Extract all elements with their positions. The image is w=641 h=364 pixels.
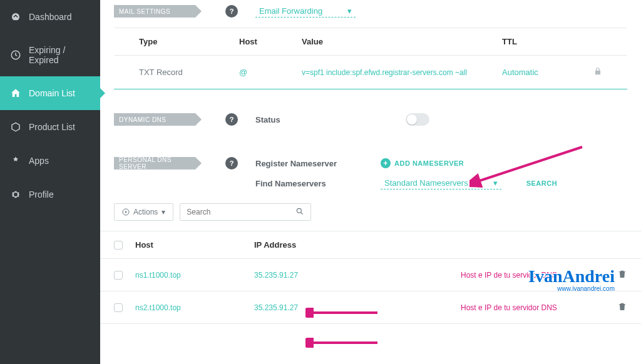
nameserver-row: ns2.t1000.top 35.235.91.27 Host e IP de …	[100, 291, 641, 324]
search-input[interactable]	[180, 204, 289, 220]
ns-ip: 35.235.91.27	[254, 303, 354, 312]
mail-settings-tag: MAIL SETTINGS	[114, 5, 195, 18]
search-nameservers-button[interactable]: SEARCH	[526, 179, 557, 187]
dynamic-dns-toggle[interactable]	[406, 113, 429, 126]
add-nameserver-label: ADD NAMESERVER	[394, 159, 464, 167]
row-checkbox[interactable]	[114, 271, 123, 280]
actions-button[interactable]: Actions ▾	[114, 203, 173, 221]
standard-nameservers-dropdown[interactable]: Standard Nameservers ▾	[381, 177, 501, 190]
mail-settings-section: MAIL SETTINGS ? Email Forwarding ▾	[100, 0, 641, 23]
help-icon[interactable]: ?	[225, 113, 238, 126]
find-nameservers-label: Find Nameservers	[255, 179, 381, 188]
box-icon	[10, 121, 21, 133]
ns-ip: 35.235.91.27	[254, 271, 354, 280]
svg-point-2	[297, 208, 302, 213]
ns-host: ns1.t1000.top	[135, 271, 254, 280]
watermark-url: www.ivanandrei.com	[528, 285, 615, 292]
table-row: TXT Record @ v=spf1 include:spf.efwd.reg…	[114, 56, 627, 89]
th-ttl: TTL	[502, 37, 558, 46]
main-content: MAIL SETTINGS ? Email Forwarding ▾ Type …	[100, 0, 641, 364]
td-host: @	[239, 68, 302, 77]
search-icon[interactable]	[289, 207, 310, 218]
sidebar-item-label: Profile	[29, 190, 54, 200]
personal-dns-tag: PERSONAL DNS SERVER	[114, 157, 195, 169]
find-nameservers-row: Find Nameservers Standard Nameservers ▾ …	[100, 173, 641, 193]
select-all-checkbox[interactable]	[114, 241, 123, 250]
email-forwarding-dropdown[interactable]: Email Forwarding ▾	[255, 5, 356, 18]
status-label: Status	[255, 115, 280, 124]
watermark-name: IvanAndrei	[528, 268, 615, 285]
sidebar-item-expiring[interactable]: Expiring / Expired	[0, 34, 100, 76]
dynamic-dns-section: DYNAMIC DNS ? Status	[100, 108, 641, 131]
sidebar-item-label: Apps	[29, 156, 49, 166]
ns-host: ns2.t1000.top	[135, 303, 254, 312]
sidebar-item-label: Product List	[29, 122, 75, 132]
sidebar-item-label: Expiring / Expired	[29, 45, 90, 65]
dynamic-dns-tag: DYNAMIC DNS	[114, 113, 195, 126]
ns-toolbar: Actions ▾	[100, 193, 641, 231]
sidebar: Dashboard Expiring / Expired Domain List…	[0, 0, 100, 364]
register-nameserver-label: Register Nameserver	[255, 159, 381, 168]
plus-icon: +	[381, 158, 391, 168]
dropdown-label: Standard Nameservers	[384, 178, 468, 188]
caret-down-icon: ▾	[347, 6, 352, 16]
sidebar-item-profile[interactable]: Profile	[0, 178, 100, 211]
td-value: v=spf1 include:spf.efwd.registrar-server…	[302, 68, 502, 77]
sidebar-item-label: Domain List	[29, 88, 75, 98]
td-type: TXT Record	[139, 68, 239, 77]
delete-button[interactable]	[617, 269, 627, 281]
gear-icon	[10, 189, 21, 200]
help-icon[interactable]: ?	[225, 157, 238, 169]
th-value: Value	[302, 37, 502, 46]
table-header: Type Host Value TTL	[114, 28, 627, 56]
nameserver-table-header: Host IP Address	[100, 231, 641, 259]
sidebar-item-apps[interactable]: Apps	[0, 144, 100, 178]
house-icon	[10, 88, 21, 99]
search-box	[180, 203, 311, 221]
td-ttl: Automatic	[502, 68, 558, 77]
th-host: Host	[135, 240, 254, 250]
apps-icon	[10, 155, 21, 166]
lock-icon	[558, 67, 602, 78]
th-ip: IP Address	[254, 240, 354, 250]
gauge-icon	[10, 11, 21, 23]
th-type: Type	[139, 37, 239, 46]
caret-down-icon: ▾	[493, 178, 498, 188]
arrow-annotation-icon	[305, 338, 381, 348]
caret-down-icon: ▾	[162, 208, 165, 216]
actions-label: Actions	[133, 208, 158, 216]
watermark: IvanAndrei www.ivanandrei.com	[528, 268, 615, 292]
play-icon	[122, 208, 130, 216]
annotation-text: Host e IP de tu servidor DNS	[461, 303, 557, 312]
help-icon[interactable]: ?	[225, 5, 238, 18]
sidebar-item-label: Dashboard	[29, 12, 72, 22]
row-checkbox[interactable]	[114, 303, 123, 312]
add-nameserver-button[interactable]: + ADD NAMESERVER	[381, 158, 464, 168]
sidebar-item-dashboard[interactable]: Dashboard	[0, 0, 100, 34]
sidebar-item-product-list[interactable]: Product List	[0, 110, 100, 144]
clock-icon	[10, 49, 21, 61]
th-host: Host	[239, 37, 302, 46]
dropdown-label: Email Forwarding	[259, 6, 322, 16]
personal-dns-section: PERSONAL DNS SERVER ? Register Nameserve…	[100, 153, 641, 173]
delete-button[interactable]	[617, 301, 627, 313]
dns-records-table: Type Host Value TTL TXT Record @ v=spf1 …	[114, 28, 627, 89]
sidebar-item-domain-list[interactable]: Domain List	[0, 76, 100, 110]
